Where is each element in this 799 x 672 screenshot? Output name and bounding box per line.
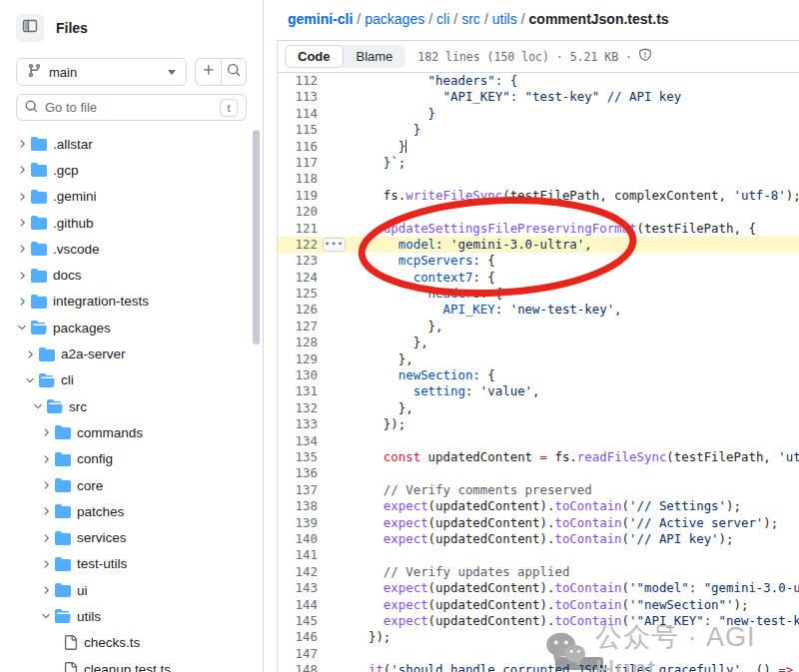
line-number[interactable]: 130 [278, 367, 318, 383]
line-number[interactable]: 129 [278, 351, 318, 367]
chevron-right-icon[interactable] [38, 479, 53, 491]
line-options-button[interactable]: ••• [323, 238, 346, 252]
search-code-button[interactable] [221, 58, 247, 86]
tab-code[interactable]: Code [285, 45, 344, 68]
tree-item-.vscode[interactable]: .vscode [0, 236, 263, 262]
line-number[interactable]: 141 [278, 547, 318, 563]
tree-item-label: test-utils [77, 556, 127, 571]
line-number[interactable]: 146 [278, 629, 318, 645]
tree-item-cli[interactable]: cli [0, 367, 263, 393]
line-number[interactable]: 122 [278, 237, 318, 253]
chevron-right-icon[interactable] [14, 217, 29, 229]
line-number[interactable]: 117 [278, 155, 318, 171]
chevron-right-icon[interactable] [14, 164, 29, 176]
line-number[interactable]: 138 [278, 498, 318, 514]
line-number[interactable]: 145 [278, 613, 318, 629]
tree-item-cleanup.test.ts[interactable]: cleanup.test.ts [0, 656, 263, 672]
tree-item-label: .gemini [53, 189, 97, 204]
tree-item-a2a-server[interactable]: a2a-server [0, 340, 263, 366]
tree-item-label: patches [77, 504, 124, 519]
line-number[interactable]: 143 [278, 580, 318, 596]
tree-item-checks.ts[interactable]: checks.ts [0, 630, 263, 656]
line-number[interactable]: 126 [278, 302, 318, 318]
line-number[interactable]: 112 [278, 73, 318, 89]
tree-item-.allstar[interactable]: .allstar [0, 131, 263, 157]
line-number[interactable]: 124 [278, 270, 318, 286]
chevron-right-icon[interactable] [14, 243, 29, 255]
chevron-right-icon[interactable] [14, 138, 29, 150]
line-number[interactable]: 132 [278, 400, 318, 416]
chevron-right-icon[interactable] [38, 505, 53, 517]
tree-item-label: .gcp [53, 163, 79, 178]
tab-blame[interactable]: Blame [344, 45, 406, 68]
breadcrumb-link-utils[interactable]: utils [492, 11, 517, 27]
line-number[interactable]: 142 [278, 564, 318, 580]
chevron-right-icon[interactable] [38, 532, 53, 544]
line-number[interactable]: 148 [278, 662, 318, 672]
line-number[interactable]: 123 [278, 253, 318, 269]
line-number[interactable]: 139 [278, 515, 318, 531]
breadcrumb-link-packages[interactable]: packages [365, 11, 424, 27]
sidebar-scrollbar[interactable] [253, 130, 260, 344]
line-number[interactable]: 118 [278, 171, 318, 187]
chevron-down-icon[interactable] [22, 374, 37, 386]
line-number[interactable]: 115 [278, 122, 318, 138]
tree-item-.gcp[interactable]: .gcp [0, 157, 263, 183]
breadcrumb-repo-link[interactable]: gemini-cli [288, 11, 353, 27]
line-number[interactable]: 136 [278, 465, 318, 481]
shield-icon[interactable] [638, 48, 652, 65]
tree-item-ui[interactable]: ui [0, 577, 263, 603]
line-number[interactable]: 119 [278, 188, 318, 204]
line-number[interactable]: 135 [278, 449, 318, 465]
tree-item-test-utils[interactable]: test-utils [0, 551, 263, 577]
line-number[interactable]: 131 [278, 383, 318, 399]
line-number[interactable]: 128 [278, 335, 318, 350]
collapse-sidebar-button[interactable] [16, 14, 44, 42]
line-number[interactable]: 133 [278, 416, 318, 432]
add-file-button[interactable] [195, 58, 221, 86]
line-number[interactable]: 140 [278, 531, 318, 547]
tree-item-.gemini[interactable]: .gemini [0, 184, 263, 210]
tree-item-commands[interactable]: commands [0, 419, 263, 445]
chevron-right-icon[interactable] [14, 270, 29, 282]
tree-item-src[interactable]: src [0, 393, 263, 419]
tree-item-integration-tests[interactable]: integration-tests [0, 289, 263, 315]
tree-item-.github[interactable]: .github [0, 210, 263, 236]
chevron-right-icon[interactable] [22, 348, 37, 360]
line-number[interactable]: 137 [278, 482, 318, 498]
line-number[interactable]: 147 [278, 646, 318, 662]
tree-item-packages[interactable]: packages [0, 315, 263, 340]
line-number[interactable]: 113 [278, 89, 318, 105]
chevron-right-icon[interactable] [14, 296, 29, 308]
line-number[interactable]: 116 [278, 139, 318, 155]
tree-item-utils[interactable]: utils [0, 603, 263, 629]
chevron-right-icon[interactable] [38, 584, 53, 596]
line-number[interactable]: 125 [278, 286, 318, 302]
go-to-file-input[interactable]: Go to file t [16, 94, 247, 121]
chevron-down-icon[interactable] [38, 610, 53, 622]
line-number[interactable]: 127 [278, 319, 318, 335]
line-number[interactable]: 120 [278, 204, 318, 220]
code-text: }, [354, 335, 428, 350]
breadcrumb-link-cli[interactable]: cli [436, 11, 449, 27]
search-icon [25, 99, 38, 117]
line-number[interactable]: 134 [278, 433, 318, 449]
chevron-right-icon[interactable] [38, 558, 53, 570]
chevron-right-icon[interactable] [38, 426, 53, 438]
chevron-down-icon[interactable] [14, 322, 29, 334]
line-number[interactable]: 114 [278, 106, 318, 122]
tree-item-docs[interactable]: docs [0, 262, 263, 288]
branch-selector[interactable]: main [16, 58, 187, 86]
breadcrumb-link-src[interactable]: src [461, 11, 480, 27]
breadcrumb-separator: / [449, 11, 461, 27]
tree-item-patches[interactable]: patches [0, 498, 263, 524]
tree-item-core[interactable]: core [0, 472, 263, 498]
chevron-right-icon[interactable] [38, 453, 53, 465]
line-number[interactable]: 144 [278, 597, 318, 613]
code-line-137: 137 // Verify comments preserved [278, 482, 799, 498]
chevron-down-icon[interactable] [30, 400, 45, 412]
tree-item-services[interactable]: services [0, 524, 263, 550]
tree-item-config[interactable]: config [0, 446, 263, 472]
line-number[interactable]: 121 [278, 221, 318, 237]
chevron-right-icon[interactable] [14, 191, 29, 203]
